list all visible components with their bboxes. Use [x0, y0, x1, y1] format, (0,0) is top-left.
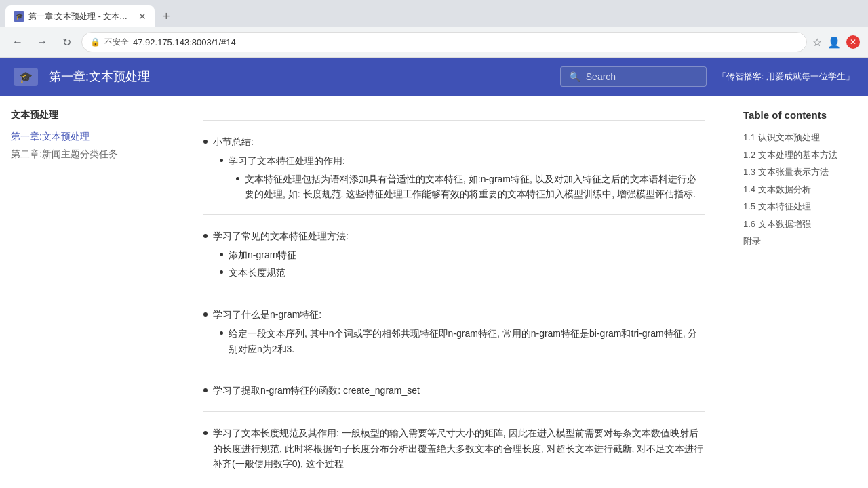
search-placeholder: Search [586, 71, 616, 82]
forward-button[interactable]: → [33, 33, 52, 52]
bullet-text-1-1-1: 文本特征处理包括为语料添加具有普适性的文本特征, 如:n-gram特征, 以及对… [245, 171, 705, 202]
bullet-sub-1: 学习了文本特征处理的作用: [203, 152, 705, 169]
bullet-text-2-2: 文本长度规范 [229, 265, 705, 280]
close-icon[interactable]: ✕ [846, 35, 860, 49]
divider-4 [203, 369, 705, 369]
tab-close-button[interactable]: ✕ [138, 11, 146, 22]
bullet-text-3: 学习了什么是n-gram特征: [213, 307, 705, 322]
section-length: 学习了文本长度规范及其作用: 一般模型的输入需要等尺寸大小的矩阵, 因此在进入模… [203, 423, 705, 474]
bullet-dot-3 [203, 312, 208, 317]
bullet-dot-5 [203, 431, 208, 435]
bullet-sub-1-1: 文本特征处理包括为语料添加具有普适性的文本特征, 如:n-gram特征, 以及对… [203, 170, 705, 203]
bullet-top-3: 学习了什么是n-gram特征: [203, 304, 705, 325]
bullet-dot-sm-2-2 [220, 270, 223, 274]
bullet-dot-2 [203, 234, 208, 238]
browser-chrome: 🎓 第一章:文本预处理 - 文本预处理 ✕ + ← → ↻ 🔒 不安全 47.9… [0, 0, 868, 58]
sidebar-link-chapter2[interactable]: 第二章:新闻主题分类任务 [11, 146, 165, 163]
url-text: 47.92.175.143:8003/1/#14 [133, 37, 236, 47]
bullet-text-1-1: 学习了文本特征处理的作用: [229, 153, 705, 168]
bullet-text-5: 学习了文本长度规范及其作用: 一般模型的输入需要等尺寸大小的矩阵, 因此在进入模… [213, 426, 705, 471]
search-icon: 🔍 [569, 71, 580, 82]
divider-3 [203, 293, 705, 293]
section-ngram: 学习了什么是n-gram特征: 给定一段文本序列, 其中n个词或字的相邻共现特征… [203, 304, 705, 358]
divider-1 [203, 120, 705, 121]
toc-item-1[interactable]: 1.1 认识文本预处理 [743, 129, 857, 146]
bullet-top-4: 学习了提取n-gram特征的函数: create_ngram_set [203, 380, 705, 401]
toc-item-4[interactable]: 1.4 文本数据分析 [743, 181, 857, 199]
section-function: 学习了提取n-gram特征的函数: create_ngram_set [203, 380, 705, 401]
bullet-dot-sm-2-1 [220, 253, 223, 256]
bullet-dot-sm-3-1 [220, 331, 223, 335]
bullet-dot-4 [203, 388, 208, 392]
section-methods: 学习了常见的文本特征处理方法: 添加n-gram特征 文本长度规范 [203, 226, 705, 282]
profile-icon[interactable]: 👤 [827, 36, 841, 49]
toolbar-right: ☆ 👤 ✕ [812, 35, 860, 49]
bookmark-icon[interactable]: ☆ [812, 36, 822, 49]
header-brand: 「传智播客: 用爱成就每一位学生」 [717, 70, 854, 83]
bullet-dot-1 [203, 140, 208, 144]
app-title: 第一章:文本预处理 [49, 68, 549, 85]
app-header: 🎓 第一章:文本预处理 🔍 Search 「传智播客: 用爱成就每一位学生」 [0, 58, 868, 96]
bullet-text-4: 学习了提取n-gram特征的函数: create_ngram_set [213, 383, 705, 398]
toc-panel: Table of contents 1.1 认识文本预处理 1.2 文本处理的基… [732, 96, 868, 488]
new-tab-button[interactable]: + [157, 7, 176, 26]
bullet-top-5: 学习了文本长度规范及其作用: 一般模型的输入需要等尺寸大小的矩阵, 因此在进入模… [203, 423, 705, 474]
divider-5 [203, 411, 705, 412]
security-label: 不安全 [104, 37, 129, 48]
page-layout: 文本预处理 第一章:文本预处理 第二章:新闻主题分类任务 小节总结: 学习了文本… [0, 96, 868, 488]
bullet-top-2: 学习了常见的文本特征处理方法: [203, 226, 705, 246]
bullet-text-2: 学习了常见的文本特征处理方法: [213, 228, 705, 243]
divider-2 [203, 214, 705, 215]
toc-item-2[interactable]: 1.2 文本处理的基本方法 [743, 146, 857, 164]
bullet-sub-2-2: 文本长度规范 [203, 264, 705, 281]
bullet-dot-sm-1 [220, 159, 223, 162]
toc-item-6[interactable]: 1.6 文本数据增强 [743, 216, 857, 233]
toc-item-7[interactable]: 附录 [743, 232, 857, 250]
search-box[interactable]: 🔍 Search [560, 66, 707, 87]
bullet-text-2-1: 添加n-gram特征 [229, 247, 705, 262]
toc-title: Table of contents [743, 109, 857, 121]
bullet-sub-2-1: 添加n-gram特征 [203, 246, 705, 264]
bullet-dot-sm-1-1 [236, 177, 239, 180]
refresh-button[interactable]: ↻ [57, 33, 76, 52]
tab-bar: 🎓 第一章:文本预处理 - 文本预处理 ✕ + [0, 0, 868, 27]
section-summary: 小节总结: 学习了文本特征处理的作用: 文本特征处理包括为语料添加具有普适性的文… [203, 131, 705, 203]
browser-tab[interactable]: 🎓 第一章:文本预处理 - 文本预处理 ✕ [5, 5, 155, 27]
toc-item-5[interactable]: 1.5 文本特征处理 [743, 198, 857, 216]
bullet-text-1: 小节总结: [213, 134, 705, 149]
tab-favicon: 🎓 [14, 11, 24, 22]
app-logo: 🎓 [14, 68, 38, 86]
bullet-top-1: 小节总结: [203, 131, 705, 152]
sidebar: 文本预处理 第一章:文本预处理 第二章:新闻主题分类任务 [0, 96, 176, 488]
bullet-text-3-1: 给定一段文本序列, 其中n个词或字的相邻共现特征即n-gram特征, 常用的n-… [229, 326, 705, 357]
tab-title: 第一章:文本预处理 - 文本预处理 [28, 11, 132, 22]
lock-icon: 🔒 [90, 37, 100, 47]
toc-item-3[interactable]: 1.3 文本张量表示方法 [743, 163, 857, 181]
address-bar-input[interactable]: 🔒 不安全 47.92.175.143:8003/1/#14 [81, 32, 807, 52]
sidebar-link-chapter1[interactable]: 第一章:文本预处理 [11, 128, 165, 146]
bullet-sub-3-1: 给定一段文本序列, 其中n个词或字的相邻共现特征即n-gram特征, 常用的n-… [203, 325, 705, 358]
address-bar: ← → ↻ 🔒 不安全 47.92.175.143:8003/1/#14 ☆ 👤… [0, 27, 868, 57]
main-content: 小节总结: 学习了文本特征处理的作用: 文本特征处理包括为语料添加具有普适性的文… [176, 96, 732, 488]
sidebar-section-title: 文本预处理 [11, 109, 165, 121]
back-button[interactable]: ← [8, 33, 27, 52]
